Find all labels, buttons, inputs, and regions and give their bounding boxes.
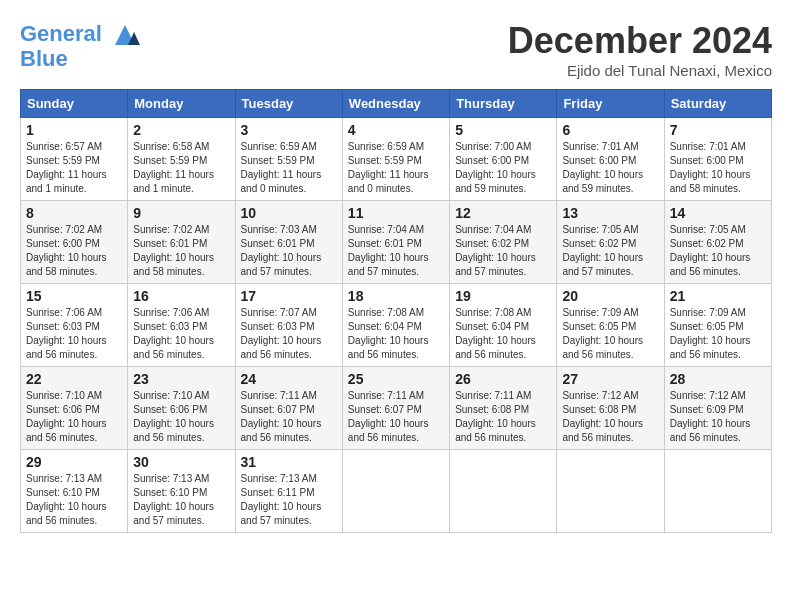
calendar-day-cell: 21 Sunrise: 7:09 AM Sunset: 6:05 PM Dayl… (664, 284, 771, 367)
day-info: Sunrise: 7:01 AM Sunset: 6:00 PM Dayligh… (562, 140, 658, 196)
day-number: 20 (562, 288, 658, 304)
day-info: Sunrise: 7:04 AM Sunset: 6:01 PM Dayligh… (348, 223, 444, 279)
day-number: 31 (241, 454, 337, 470)
weekday-header: Monday (128, 90, 235, 118)
day-number: 28 (670, 371, 766, 387)
day-info: Sunrise: 7:12 AM Sunset: 6:08 PM Dayligh… (562, 389, 658, 445)
day-info: Sunrise: 7:11 AM Sunset: 6:07 PM Dayligh… (348, 389, 444, 445)
day-number: 12 (455, 205, 551, 221)
logo: General Blue (20, 20, 140, 72)
calendar-day-cell: 25 Sunrise: 7:11 AM Sunset: 6:07 PM Dayl… (342, 367, 449, 450)
day-number: 11 (348, 205, 444, 221)
day-info: Sunrise: 6:58 AM Sunset: 5:59 PM Dayligh… (133, 140, 229, 196)
calendar-table: SundayMondayTuesdayWednesdayThursdayFrid… (20, 89, 772, 533)
weekday-header: Sunday (21, 90, 128, 118)
calendar-day-cell: 22 Sunrise: 7:10 AM Sunset: 6:06 PM Dayl… (21, 367, 128, 450)
day-number: 3 (241, 122, 337, 138)
day-info: Sunrise: 7:10 AM Sunset: 6:06 PM Dayligh… (133, 389, 229, 445)
day-info: Sunrise: 7:13 AM Sunset: 6:10 PM Dayligh… (26, 472, 122, 528)
day-number: 15 (26, 288, 122, 304)
weekday-header: Thursday (450, 90, 557, 118)
day-info: Sunrise: 7:08 AM Sunset: 6:04 PM Dayligh… (348, 306, 444, 362)
day-number: 24 (241, 371, 337, 387)
calendar-day-cell: 29 Sunrise: 7:13 AM Sunset: 6:10 PM Dayl… (21, 450, 128, 533)
day-number: 5 (455, 122, 551, 138)
day-info: Sunrise: 7:02 AM Sunset: 6:01 PM Dayligh… (133, 223, 229, 279)
day-info: Sunrise: 7:08 AM Sunset: 6:04 PM Dayligh… (455, 306, 551, 362)
empty-cell (557, 450, 664, 533)
calendar-day-cell: 12 Sunrise: 7:04 AM Sunset: 6:02 PM Dayl… (450, 201, 557, 284)
calendar-day-cell: 24 Sunrise: 7:11 AM Sunset: 6:07 PM Dayl… (235, 367, 342, 450)
day-info: Sunrise: 7:10 AM Sunset: 6:06 PM Dayligh… (26, 389, 122, 445)
location-title: Ejido del Tunal Nenaxi, Mexico (508, 62, 772, 79)
weekday-header: Saturday (664, 90, 771, 118)
weekday-header: Wednesday (342, 90, 449, 118)
calendar-day-cell: 5 Sunrise: 7:00 AM Sunset: 6:00 PM Dayli… (450, 118, 557, 201)
calendar-day-cell: 26 Sunrise: 7:11 AM Sunset: 6:08 PM Dayl… (450, 367, 557, 450)
title-area: December 2024 Ejido del Tunal Nenaxi, Me… (508, 20, 772, 79)
calendar-day-cell: 30 Sunrise: 7:13 AM Sunset: 6:10 PM Dayl… (128, 450, 235, 533)
day-info: Sunrise: 7:13 AM Sunset: 6:11 PM Dayligh… (241, 472, 337, 528)
day-number: 1 (26, 122, 122, 138)
calendar-day-cell: 13 Sunrise: 7:05 AM Sunset: 6:02 PM Dayl… (557, 201, 664, 284)
day-info: Sunrise: 6:59 AM Sunset: 5:59 PM Dayligh… (348, 140, 444, 196)
calendar-day-cell: 3 Sunrise: 6:59 AM Sunset: 5:59 PM Dayli… (235, 118, 342, 201)
day-number: 13 (562, 205, 658, 221)
day-info: Sunrise: 7:04 AM Sunset: 6:02 PM Dayligh… (455, 223, 551, 279)
calendar-day-cell: 23 Sunrise: 7:10 AM Sunset: 6:06 PM Dayl… (128, 367, 235, 450)
calendar-day-cell: 31 Sunrise: 7:13 AM Sunset: 6:11 PM Dayl… (235, 450, 342, 533)
day-number: 23 (133, 371, 229, 387)
day-number: 21 (670, 288, 766, 304)
day-number: 19 (455, 288, 551, 304)
calendar-day-cell: 27 Sunrise: 7:12 AM Sunset: 6:08 PM Dayl… (557, 367, 664, 450)
calendar-day-cell: 9 Sunrise: 7:02 AM Sunset: 6:01 PM Dayli… (128, 201, 235, 284)
day-number: 7 (670, 122, 766, 138)
calendar-day-cell: 11 Sunrise: 7:04 AM Sunset: 6:01 PM Dayl… (342, 201, 449, 284)
day-info: Sunrise: 7:02 AM Sunset: 6:00 PM Dayligh… (26, 223, 122, 279)
empty-cell (450, 450, 557, 533)
day-number: 6 (562, 122, 658, 138)
day-info: Sunrise: 7:09 AM Sunset: 6:05 PM Dayligh… (670, 306, 766, 362)
day-info: Sunrise: 7:07 AM Sunset: 6:03 PM Dayligh… (241, 306, 337, 362)
day-number: 16 (133, 288, 229, 304)
day-info: Sunrise: 6:57 AM Sunset: 5:59 PM Dayligh… (26, 140, 122, 196)
calendar-day-cell: 18 Sunrise: 7:08 AM Sunset: 6:04 PM Dayl… (342, 284, 449, 367)
day-info: Sunrise: 7:03 AM Sunset: 6:01 PM Dayligh… (241, 223, 337, 279)
day-info: Sunrise: 7:06 AM Sunset: 6:03 PM Dayligh… (133, 306, 229, 362)
day-info: Sunrise: 7:11 AM Sunset: 6:07 PM Dayligh… (241, 389, 337, 445)
calendar-day-cell: 7 Sunrise: 7:01 AM Sunset: 6:00 PM Dayli… (664, 118, 771, 201)
calendar-day-cell: 28 Sunrise: 7:12 AM Sunset: 6:09 PM Dayl… (664, 367, 771, 450)
day-info: Sunrise: 7:13 AM Sunset: 6:10 PM Dayligh… (133, 472, 229, 528)
day-number: 29 (26, 454, 122, 470)
calendar-day-cell: 20 Sunrise: 7:09 AM Sunset: 6:05 PM Dayl… (557, 284, 664, 367)
day-number: 22 (26, 371, 122, 387)
day-number: 27 (562, 371, 658, 387)
calendar-day-cell: 8 Sunrise: 7:02 AM Sunset: 6:00 PM Dayli… (21, 201, 128, 284)
day-number: 10 (241, 205, 337, 221)
calendar-day-cell: 4 Sunrise: 6:59 AM Sunset: 5:59 PM Dayli… (342, 118, 449, 201)
calendar-day-cell: 19 Sunrise: 7:08 AM Sunset: 6:04 PM Dayl… (450, 284, 557, 367)
day-info: Sunrise: 6:59 AM Sunset: 5:59 PM Dayligh… (241, 140, 337, 196)
day-info: Sunrise: 7:09 AM Sunset: 6:05 PM Dayligh… (562, 306, 658, 362)
day-number: 30 (133, 454, 229, 470)
day-info: Sunrise: 7:05 AM Sunset: 6:02 PM Dayligh… (562, 223, 658, 279)
day-info: Sunrise: 7:11 AM Sunset: 6:08 PM Dayligh… (455, 389, 551, 445)
calendar-day-cell: 1 Sunrise: 6:57 AM Sunset: 5:59 PM Dayli… (21, 118, 128, 201)
month-title: December 2024 (508, 20, 772, 62)
calendar-day-cell: 2 Sunrise: 6:58 AM Sunset: 5:59 PM Dayli… (128, 118, 235, 201)
day-number: 26 (455, 371, 551, 387)
day-number: 9 (133, 205, 229, 221)
empty-cell (664, 450, 771, 533)
empty-cell (342, 450, 449, 533)
day-info: Sunrise: 7:01 AM Sunset: 6:00 PM Dayligh… (670, 140, 766, 196)
day-number: 17 (241, 288, 337, 304)
calendar-day-cell: 14 Sunrise: 7:05 AM Sunset: 6:02 PM Dayl… (664, 201, 771, 284)
calendar-day-cell: 15 Sunrise: 7:06 AM Sunset: 6:03 PM Dayl… (21, 284, 128, 367)
calendar-day-cell: 10 Sunrise: 7:03 AM Sunset: 6:01 PM Dayl… (235, 201, 342, 284)
weekday-header: Tuesday (235, 90, 342, 118)
day-info: Sunrise: 7:00 AM Sunset: 6:00 PM Dayligh… (455, 140, 551, 196)
day-number: 14 (670, 205, 766, 221)
day-number: 25 (348, 371, 444, 387)
page-header: General Blue December 2024 Ejido del Tun… (20, 20, 772, 79)
day-info: Sunrise: 7:12 AM Sunset: 6:09 PM Dayligh… (670, 389, 766, 445)
